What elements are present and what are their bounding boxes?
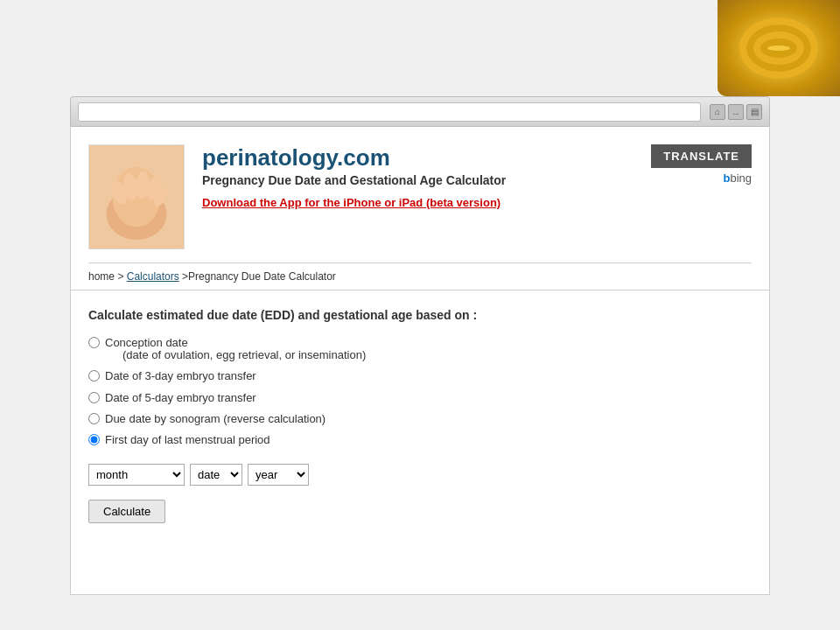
date-select[interactable]: date 12 34 56 78 910 1112 1314 1516 1718… xyxy=(190,464,242,486)
radio-transfer5-label: Date of 5-day embryo transfer xyxy=(105,390,256,406)
radio-conception[interactable] xyxy=(88,337,100,348)
header-text: perinatology.com Pregnancy Due Date and … xyxy=(202,144,634,209)
translate-button[interactable]: TRANSLATE xyxy=(651,144,752,168)
radio-sonogram-label: Due date by sonogram (reverse calculatio… xyxy=(105,411,326,427)
month-select[interactable]: month January February March April May J… xyxy=(88,464,185,486)
calculator-title: Calculate estimated due date (EDD) and g… xyxy=(88,308,752,322)
radio-item-transfer5: Date of 5-day embryo transfer xyxy=(88,390,752,406)
radio-transfer3[interactable] xyxy=(88,370,100,382)
radio-item-lmp: First day of last menstrual period xyxy=(88,432,752,448)
rss-icon[interactable]: ⎵ xyxy=(728,104,744,120)
breadcrumb: home > Calculators >Pregnancy Due Date C… xyxy=(71,263,769,290)
radio-group: Conception date (date of ovulation, egg … xyxy=(88,335,752,448)
header: perinatology.com Pregnancy Due Date and … xyxy=(71,127,769,262)
settings-icon[interactable]: ▤ xyxy=(746,104,762,120)
radio-sonogram[interactable] xyxy=(88,413,100,424)
address-bar[interactable] xyxy=(78,102,701,122)
site-logo xyxy=(88,144,185,249)
radio-item-sonogram: Due date by sonogram (reverse calculatio… xyxy=(88,411,752,427)
date-selectors: month January February March April May J… xyxy=(88,464,752,486)
main-content: perinatology.com Pregnancy Due Date and … xyxy=(70,127,770,595)
radio-item-conception: Conception date (date of ovulation, egg … xyxy=(88,335,752,363)
site-title: perinatology.com xyxy=(202,144,634,172)
download-app-link[interactable]: Download the App for the iPhone or iPad … xyxy=(202,196,634,209)
breadcrumb-sep1: > xyxy=(117,270,126,283)
translate-area: TRANSLATE bbing xyxy=(651,144,752,185)
breadcrumb-calculators-link[interactable]: Calculators xyxy=(127,270,179,283)
site-subtitle: Pregnancy Due Date and Gestational Age C… xyxy=(202,173,634,187)
year-select[interactable]: year 2024 2023 2022 2021 2020 xyxy=(248,464,309,486)
radio-lmp[interactable] xyxy=(88,434,100,445)
home-icon[interactable]: ⌂ xyxy=(710,104,725,120)
breadcrumb-current: >Pregnancy Due Date Calculator xyxy=(182,270,336,283)
radio-conception-sublabel: (date of ovulation, egg retrieval, or in… xyxy=(122,347,366,363)
calculator-section: Calculate estimated due date (EDD) and g… xyxy=(71,290,769,541)
bing-logo: bbing xyxy=(723,172,752,185)
breadcrumb-home: home xyxy=(88,270,115,283)
radio-item-transfer3: Date of 3-day embryo transfer xyxy=(88,368,752,384)
calculate-button[interactable]: Calculate xyxy=(88,500,165,523)
browser-nav-icons: ⌂ ⎵ ▤ xyxy=(710,104,762,120)
tape-measure-image xyxy=(718,0,840,96)
radio-transfer5[interactable] xyxy=(88,392,100,403)
browser-chrome: ⌂ ⎵ ▤ xyxy=(70,96,770,127)
radio-lmp-label: First day of last menstrual period xyxy=(105,432,270,448)
radio-transfer3-label: Date of 3-day embryo transfer xyxy=(105,368,256,384)
logo-image xyxy=(89,145,184,248)
tape-coil xyxy=(739,18,818,79)
